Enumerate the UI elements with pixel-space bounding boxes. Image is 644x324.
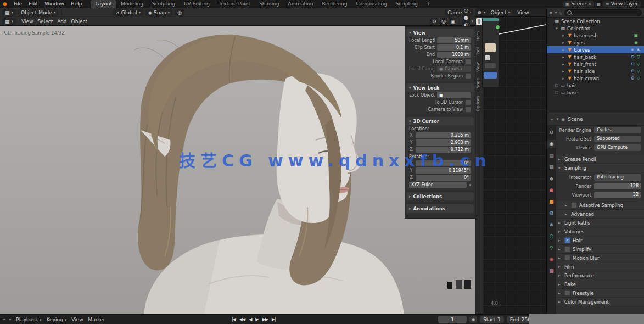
panel-checkbox[interactable] xyxy=(564,290,570,296)
expander-icon[interactable]: ☐ xyxy=(555,91,559,95)
cursor-location-field[interactable]: 0.712 m xyxy=(416,147,471,153)
cursor-rotation-field[interactable]: 0° xyxy=(416,175,471,181)
timeline-menu[interactable]: Playback ▾ xyxy=(14,317,43,322)
unlink-icon[interactable]: ✕ xyxy=(588,2,592,7)
properties-tab[interactable]: ◎ xyxy=(547,232,556,240)
properties-tab[interactable]: ◉ xyxy=(547,255,556,263)
viewport-menu[interactable]: View xyxy=(19,19,35,24)
workspace-tab[interactable]: Layout xyxy=(91,0,116,8)
auto-key-button[interactable]: ◉ xyxy=(469,316,477,323)
outliner-row[interactable]: ▸ ▼ eyes ◉ xyxy=(547,39,644,46)
blender-logo-icon[interactable]: ● xyxy=(3,1,7,7)
current-frame-field[interactable]: 1 xyxy=(438,316,467,323)
sidebar-tab[interactable]: Options xyxy=(475,96,480,111)
workspace-tab[interactable]: Scripting xyxy=(391,0,422,8)
sidebar-tab[interactable]: View xyxy=(475,62,480,72)
timeline-menu[interactable]: View xyxy=(68,317,86,322)
lock-to-cursor-checkbox[interactable] xyxy=(465,99,471,105)
collapsed-panel[interactable]: ▸ Hair xyxy=(556,236,644,245)
cursor-panel-header[interactable]: ▾ 3D Cursor xyxy=(406,117,474,125)
collapsed-panel[interactable]: ▸ Volumes xyxy=(556,227,644,236)
outliner-row[interactable]: ▾ ▦ Collection xyxy=(547,25,644,32)
proportional-edit-button[interactable]: ◎ xyxy=(175,9,184,16)
badge-icon[interactable]: ∗ xyxy=(631,47,635,52)
outliner-row[interactable]: ▸ ▼ hair_side ⚙ ▽ xyxy=(547,68,644,75)
annotations-panel-header[interactable]: ▸ Annotations xyxy=(406,204,474,213)
shader-node[interactable] xyxy=(482,18,499,88)
editor-type-icon[interactable]: ● xyxy=(478,10,481,15)
outliner-row[interactable]: ☐ ▭ hair xyxy=(547,82,644,89)
properties-tab[interactable]: ◆ xyxy=(547,175,556,182)
editor-type-button[interactable]: ▦ ▾ xyxy=(2,9,16,16)
badge-icon[interactable]: ▽ xyxy=(637,69,640,74)
outliner-row[interactable]: ▸ ▼ basemesh ▣ xyxy=(547,32,644,39)
expander-icon[interactable]: ▸ xyxy=(561,41,565,45)
collapsed-panel[interactable]: ▸ Simplify xyxy=(556,245,644,254)
properties-tab[interactable]: ▦ xyxy=(547,267,556,275)
expander-icon[interactable]: ▸ xyxy=(561,33,565,38)
properties-tab[interactable]: ◉ xyxy=(547,140,556,148)
sidebar-tab[interactable]: Tool xyxy=(475,47,480,55)
properties-tab[interactable]: ⚙ xyxy=(547,209,556,217)
node-blue-button[interactable] xyxy=(484,72,497,79)
badge-icon[interactable]: ▣ xyxy=(634,33,638,38)
badge-icon[interactable]: ▽ xyxy=(637,62,640,66)
badge-icon[interactable]: ◉ xyxy=(634,40,638,45)
shading-mode-button[interactable]: ○ xyxy=(462,7,470,14)
transport-button[interactable]: |◀ xyxy=(231,316,237,322)
orientation-dropdown[interactable]: ⊿ Global▾ xyxy=(113,9,143,16)
sampling-panel[interactable]: ▾ Sampling xyxy=(556,164,644,172)
timeline-menu[interactable]: Keying ▾ xyxy=(43,317,69,322)
value-field[interactable]: 0.1 m xyxy=(437,44,471,51)
badge-icon[interactable]: ⚙ xyxy=(631,76,635,81)
feature-set-dropdown[interactable]: Supported xyxy=(594,136,641,142)
outliner-row[interactable]: ▸ ▼ hair_front ⚙ ▽ xyxy=(547,60,644,68)
topbar-menu[interactable]: File xyxy=(10,1,25,7)
workspace-tab[interactable]: Shading xyxy=(255,0,284,8)
workspace-tab[interactable]: Compositing xyxy=(351,0,391,8)
editor-type-icon[interactable]: ≡ xyxy=(550,117,554,122)
properties-tab[interactable]: ∗ xyxy=(547,221,556,228)
collapsed-panel[interactable]: ▸ Performance xyxy=(556,271,644,280)
view-panel-header[interactable]: ▾ View xyxy=(406,29,474,37)
shader-type-dropdown[interactable]: Object▾ xyxy=(488,9,513,16)
grease-pencil-panel[interactable]: ▸ Grease Pencil xyxy=(556,155,644,164)
panel-checkbox[interactable] xyxy=(564,237,570,243)
cursor-rotation-field[interactable]: 0.11945° xyxy=(416,167,471,174)
workspace-tab[interactable]: Sculpting xyxy=(148,0,180,8)
expander-icon[interactable]: ▸ xyxy=(561,69,565,74)
collapsed-panel[interactable]: ▸ Advanced xyxy=(556,210,644,219)
device-dropdown[interactable]: GPU Compute xyxy=(594,144,641,151)
tool-dropdown[interactable]: ▦ ▾ xyxy=(2,18,16,25)
sidebar-tab[interactable]: Node xyxy=(475,78,480,89)
outliner-row[interactable]: ▸ ▼ Curves ∗ ∗ xyxy=(547,46,644,53)
workspace-tab[interactable]: Modeling xyxy=(116,0,148,8)
collapsed-panel[interactable]: ▸ Adaptive Sampling xyxy=(556,201,644,210)
expander-icon[interactable]: ▸ xyxy=(561,62,565,66)
value-field[interactable]: 50mm xyxy=(437,37,471,43)
view-layer-selector[interactable]: ≣ View Layer xyxy=(603,1,641,7)
xray-toggle[interactable]: ▣ xyxy=(449,18,457,25)
workspace-tab[interactable]: Animation xyxy=(284,0,318,8)
gizmo-dropdown[interactable]: ⚙ xyxy=(430,18,438,25)
properties-tab[interactable]: ⚙ xyxy=(547,129,556,136)
topbar-menu[interactable]: Window xyxy=(41,1,68,7)
mode-dropdown[interactable]: Object Mode▾ xyxy=(18,9,58,16)
node-view-menu[interactable]: View xyxy=(515,10,531,15)
collapsed-panel[interactable]: ▸ Color Management xyxy=(556,298,644,306)
outliner-row[interactable]: ▸ ▼ hair_crown ⚙ ▽ xyxy=(547,75,644,82)
badge-icon[interactable]: ⚙ xyxy=(631,62,635,66)
collapsed-panel[interactable]: ▸ Light Paths xyxy=(556,219,644,227)
scene-selector[interactable]: ▣ Scene ✕ xyxy=(563,1,595,7)
shading-mode-button[interactable]: ● xyxy=(462,14,470,21)
badge-icon[interactable]: ⚙ xyxy=(631,54,635,59)
integrator-dropdown[interactable]: Path Tracing xyxy=(594,174,641,181)
properties-tab[interactable]: ▽ xyxy=(547,244,556,252)
properties-tab[interactable]: ▤ xyxy=(547,152,556,159)
local-camera-checkbox[interactable] xyxy=(465,59,471,65)
render-engine-dropdown[interactable]: Cycles xyxy=(594,127,641,133)
view-lock-panel-header[interactable]: ▾ View Lock xyxy=(406,83,474,92)
node-output-socket[interactable] xyxy=(495,25,500,30)
cursor-location-field[interactable]: 2.903 m xyxy=(416,139,471,146)
node-mini-widget[interactable] xyxy=(485,55,490,60)
